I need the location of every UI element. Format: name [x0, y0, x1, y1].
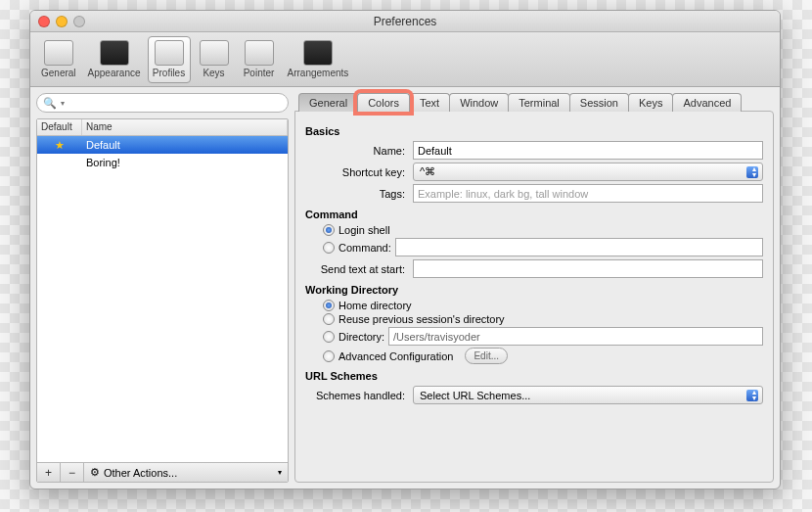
other-actions-button[interactable]: ⚙ Other Actions... ▾: [84, 466, 288, 479]
advanced-config-label: Advanced Configuration: [338, 350, 453, 362]
reuse-dir-label: Reuse previous session's directory: [338, 313, 505, 325]
shortcut-label: Shortcut key:: [305, 166, 413, 178]
radio-icon: [323, 350, 335, 362]
directory-label: Directory:: [338, 331, 384, 343]
send-text-label: Send text at start:: [305, 263, 413, 275]
toolbar-label: Profiles: [153, 68, 185, 78]
person-icon: [155, 40, 184, 66]
section-basics: Basics: [305, 125, 763, 137]
radio-icon: [323, 331, 335, 343]
radio-icon: [323, 224, 335, 236]
section-command: Command: [305, 209, 763, 220]
column-default[interactable]: Default: [37, 119, 82, 135]
section-working-dir: Working Directory: [305, 284, 763, 296]
tab-window[interactable]: Window: [449, 93, 509, 112]
stepper-icon: ▴▾: [752, 166, 756, 178]
shortcut-value: ^⌘: [420, 165, 435, 178]
tab-session[interactable]: Session: [569, 93, 629, 112]
add-button[interactable]: +: [37, 463, 61, 482]
key-icon: [200, 40, 229, 66]
name-label: Name:: [305, 145, 413, 157]
list-header: Default Name: [37, 119, 288, 136]
tab-text[interactable]: Text: [409, 93, 450, 112]
command-radio[interactable]: Command:: [323, 238, 763, 256]
toolbar-label: Pointer: [244, 68, 275, 78]
toolbar-general[interactable]: General: [36, 36, 81, 83]
other-actions-label: Other Actions...: [104, 467, 177, 479]
toolbar: General Appearance Profiles Keys Pointer…: [30, 32, 780, 87]
search-icon: 🔍: [43, 97, 57, 110]
shortcut-popup[interactable]: ^⌘ ▴▾: [413, 163, 763, 181]
preferences-window: Preferences General Appearance Profiles …: [29, 10, 781, 489]
toolbar-arrangements[interactable]: Arrangements: [283, 36, 354, 83]
list-item[interactable]: ★ Default: [37, 136, 288, 154]
list-body[interactable]: ★ Default Boring!: [37, 136, 288, 462]
tags-label: Tags:: [305, 188, 413, 200]
name-field[interactable]: [413, 141, 763, 160]
tab-general[interactable]: General: [298, 93, 358, 112]
toolbar-appearance[interactable]: Appearance: [83, 36, 146, 83]
tab-terminal[interactable]: Terminal: [508, 93, 570, 112]
login-shell-label: Login shell: [338, 224, 390, 236]
column-name[interactable]: Name: [82, 119, 288, 135]
profile-name: Boring!: [82, 157, 288, 168]
home-dir-radio[interactable]: Home directory: [323, 300, 763, 311]
send-text-field[interactable]: [413, 259, 763, 278]
content-area: 🔍 ▾ Default Name ★ Default Boring!: [30, 87, 780, 489]
reuse-dir-radio[interactable]: Reuse previous session's directory: [323, 313, 763, 325]
screen-icon: [100, 40, 129, 66]
directory-radio[interactable]: Directory:: [323, 327, 763, 346]
tab-colors[interactable]: Colors: [357, 93, 410, 112]
radio-icon: [323, 313, 335, 325]
window-title: Preferences: [30, 15, 780, 28]
toolbar-pointer[interactable]: Pointer: [238, 36, 281, 83]
toolbar-label: Keys: [203, 68, 224, 78]
gear-icon: ⚙: [90, 466, 100, 479]
section-url-schemes: URL Schemes: [305, 370, 763, 382]
toolbar-label: Arrangements: [288, 68, 349, 78]
schemes-value: Select URL Schemes...: [420, 390, 530, 401]
tags-field[interactable]: [413, 184, 763, 203]
home-dir-label: Home directory: [338, 300, 412, 311]
schemes-popup[interactable]: Select URL Schemes... ▴▾: [413, 386, 763, 404]
command-label: Command:: [338, 242, 391, 254]
radio-icon: [323, 242, 335, 254]
sidebar: 🔍 ▾ Default Name ★ Default Boring!: [36, 93, 289, 483]
tab-bar: General Colors Text Window Terminal Sess…: [298, 93, 774, 112]
tab-advanced[interactable]: Advanced: [672, 93, 742, 112]
star-icon: ★: [55, 139, 65, 151]
edit-button[interactable]: Edit...: [465, 348, 508, 364]
radio-icon: [323, 300, 335, 311]
profile-name: Default: [82, 139, 288, 151]
chevron-down-icon: ▾: [278, 468, 282, 477]
toolbar-label: Appearance: [88, 68, 141, 78]
mouse-icon: [245, 40, 274, 66]
list-item[interactable]: Boring!: [37, 154, 288, 171]
advanced-config-radio[interactable]: Advanced Configuration Edit...: [323, 348, 763, 364]
remove-button[interactable]: −: [61, 463, 84, 482]
detail-panel: General Colors Text Window Terminal Sess…: [294, 93, 774, 483]
profile-list: Default Name ★ Default Boring! + −: [36, 118, 289, 483]
tab-keys[interactable]: Keys: [628, 93, 673, 112]
toolbar-label: General: [41, 68, 76, 78]
command-field[interactable]: [395, 238, 763, 256]
schemes-label: Schemes handled:: [305, 390, 413, 401]
toolbar-keys[interactable]: Keys: [193, 36, 236, 83]
general-pane: Basics Name: Shortcut key: ^⌘ ▴▾ Tags:: [294, 111, 774, 483]
windows-icon: [303, 40, 333, 66]
list-footer: + − ⚙ Other Actions... ▾: [37, 462, 288, 482]
directory-field: [388, 327, 763, 346]
slider-icon: [44, 40, 73, 66]
stepper-icon: ▴▾: [752, 390, 756, 401]
chevron-down-icon: ▾: [61, 99, 65, 108]
login-shell-radio[interactable]: Login shell: [323, 224, 763, 236]
search-input[interactable]: 🔍 ▾: [36, 93, 289, 113]
toolbar-profiles[interactable]: Profiles: [148, 36, 191, 83]
titlebar[interactable]: Preferences: [30, 11, 780, 32]
